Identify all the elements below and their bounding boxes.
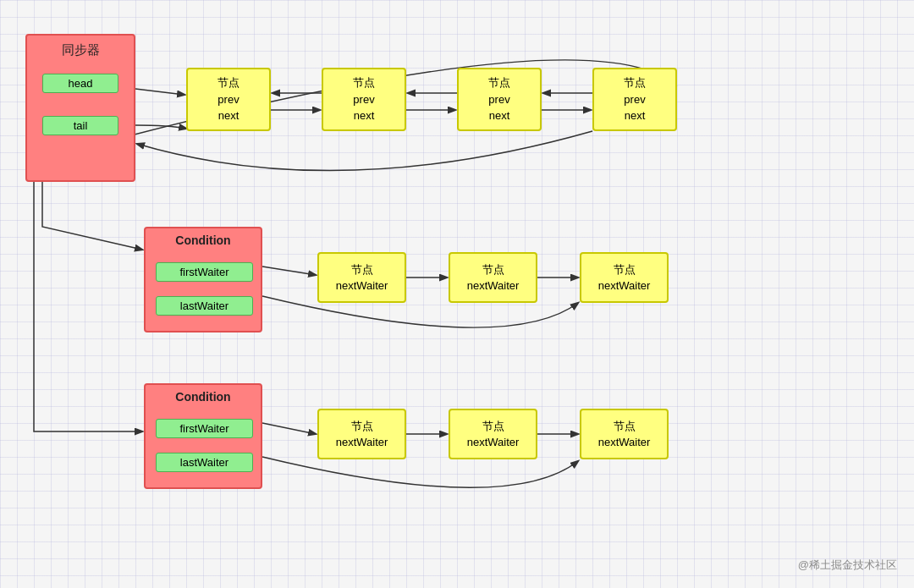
watermark: @稀土掘金技术社区 [798, 558, 897, 573]
c1n1-line2: nextWaiter [336, 278, 388, 294]
condition-1-title: Condition [146, 228, 261, 250]
svg-line-10 [262, 423, 316, 434]
node-4-line1: 节点 [624, 74, 646, 91]
node-2: 节点 prev next [322, 68, 406, 131]
node-1: 节点 prev next [186, 68, 271, 131]
node-1-line3: next [218, 107, 240, 124]
node-2-line1: 节点 [353, 74, 375, 91]
c2n1-line1: 节点 [351, 418, 373, 435]
node-3-line3: next [489, 107, 510, 124]
node-4: 节点 prev next [592, 68, 677, 131]
node-2-line3: next [354, 107, 375, 124]
condition-2-box: Condition firstWaiter lastWaiter [144, 383, 262, 489]
condition-2-node-1: 节点 nextWaiter [317, 409, 406, 459]
svg-line-7 [262, 267, 316, 275]
node-1-line2: prev [217, 91, 239, 108]
condition-2-firstwaiter: firstWaiter [156, 419, 253, 438]
c1n2-line1: 节点 [482, 261, 504, 278]
synchronizer-title: 同步器 [27, 42, 134, 58]
condition-2-node-3: 节点 nextWaiter [580, 409, 669, 459]
node-4-line3: next [625, 107, 646, 124]
c2n3-line1: 节点 [614, 418, 636, 435]
c1n1-line1: 节点 [351, 261, 373, 278]
condition-2-lastwaiter: lastWaiter [156, 453, 253, 472]
condition-1-lastwaiter: lastWaiter [156, 296, 253, 316]
synchronizer-box: 同步器 head tail [25, 34, 135, 182]
condition-2-title: Condition [146, 385, 261, 407]
node-3-line2: prev [488, 91, 509, 108]
node-3-line1: 节点 [488, 74, 510, 91]
tail-field: tail [42, 116, 118, 135]
c2n2-line2: nextWaiter [467, 434, 520, 451]
c2n3-line2: nextWaiter [598, 434, 651, 451]
node-4-line2: prev [624, 91, 645, 108]
condition-1-firstwaiter: firstWaiter [156, 262, 253, 282]
condition-1-node-2: 节点 nextWaiter [449, 252, 537, 303]
node-2-line2: prev [353, 91, 374, 108]
c2n2-line1: 节点 [482, 418, 504, 435]
node-3: 节点 prev next [457, 68, 542, 131]
node-1-line1: 节点 [217, 74, 240, 91]
diagram: 同步器 head tail 节点 prev next 节点 prev next … [0, 0, 914, 588]
condition-1-box: Condition firstWaiter lastWaiter [144, 227, 262, 332]
c2n1-line2: nextWaiter [336, 434, 388, 451]
svg-line-0 [135, 89, 184, 95]
condition-1-node-1: 节点 nextWaiter [317, 252, 406, 303]
head-field: head [42, 74, 118, 93]
condition-2-node-2: 节点 nextWaiter [449, 409, 537, 459]
c1n2-line2: nextWaiter [467, 278, 520, 294]
c1n3-line1: 节点 [614, 261, 636, 278]
c1n3-line2: nextWaiter [598, 278, 651, 294]
condition-1-node-3: 节点 nextWaiter [580, 252, 669, 303]
